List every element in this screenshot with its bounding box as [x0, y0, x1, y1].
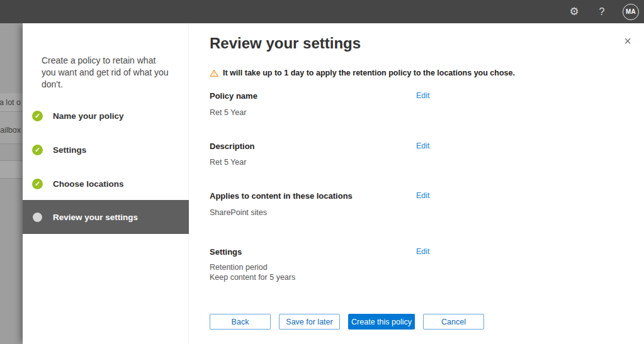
section-title: Settings — [210, 247, 562, 257]
edit-locations-link[interactable]: Edit — [416, 191, 430, 200]
wizard-step-review-your-settings[interactable]: Review your settings — [23, 200, 189, 234]
background-divider — [0, 111, 23, 112]
wizard-step-label: Choose locations — [53, 179, 124, 189]
edit-policy-name-link[interactable]: Edit — [416, 91, 430, 100]
background-text-fragment: a lot o — [0, 98, 21, 107]
create-this-policy-button[interactable]: Create this policy — [348, 314, 415, 330]
wizard-step-name-your-policy[interactable]: ✓ Name your policy — [23, 106, 189, 125]
wizard-intro-text: Create a policy to retain what you want … — [42, 55, 171, 91]
section-description: Description Edit Ret 5 Year — [210, 141, 562, 151]
section-title: Description — [210, 141, 562, 151]
topbar-actions: ⚙ ? MA — [567, 0, 639, 23]
background-divider — [0, 160, 23, 161]
section-title: Policy name — [210, 91, 562, 101]
background-text-fragment: ailbox — [0, 126, 21, 135]
wizard-step-settings[interactable]: ✓ Settings — [23, 140, 189, 159]
wizard-step-choose-locations[interactable]: ✓ Choose locations — [23, 174, 189, 193]
retention-policy-wizard-panel: Create a policy to retain what you want … — [23, 23, 644, 344]
page-title: Review your settings — [210, 35, 361, 52]
warning-triangle-icon — [210, 69, 218, 77]
cancel-button[interactable]: Cancel — [423, 314, 484, 330]
wizard-step-label: Name your policy — [53, 111, 124, 121]
wizard-step-label: Review your settings — [53, 213, 138, 222]
wizard-step-label: Settings — [53, 145, 86, 155]
warning-message: It will take up to 1 day to apply the re… — [210, 69, 515, 77]
edit-description-link[interactable]: Edit — [416, 141, 430, 150]
edit-settings-link[interactable]: Edit — [416, 247, 430, 256]
current-step-dot-icon — [33, 213, 42, 222]
back-button[interactable]: Back — [210, 314, 271, 330]
warning-text: It will take up to 1 day to apply the re… — [223, 69, 515, 77]
save-for-later-button[interactable]: Save for later — [279, 314, 340, 330]
section-title: Applies to content in these locations — [210, 191, 562, 201]
background-divider — [0, 143, 23, 144]
policy-name-value: Ret 5 Year — [210, 108, 246, 117]
settings-gear-icon[interactable]: ⚙ — [567, 6, 581, 17]
suite-top-bar: ⚙ ? MA — [0, 0, 644, 23]
retention-duration-value: Keep content for 5 years — [210, 273, 295, 282]
review-settings-content: Review your settings It will take up to … — [189, 23, 644, 344]
app-window: ⚙ ? MA a lot o ailbox Create a policy to… — [0, 0, 644, 344]
check-circle-icon: ✓ — [32, 179, 43, 189]
dimmed-background-page: a lot o ailbox — [0, 23, 23, 344]
locations-value: SharePoint sites — [210, 208, 267, 217]
section-policy-name: Policy name Edit Ret 5 Year — [210, 91, 562, 101]
background-band — [0, 160, 23, 178]
check-circle-icon: ✓ — [32, 111, 43, 121]
description-value: Ret 5 Year — [210, 158, 246, 167]
check-circle-icon: ✓ — [32, 145, 43, 155]
wizard-steps-nav: Create a policy to retain what you want … — [23, 23, 189, 344]
retention-period-label: Retention period — [210, 263, 268, 272]
section-settings: Settings Edit Retention period Keep cont… — [210, 247, 562, 257]
help-icon[interactable]: ? — [595, 7, 609, 17]
background-divider — [0, 178, 23, 179]
account-avatar[interactable]: MA — [623, 4, 639, 20]
section-locations: Applies to content in these locations Ed… — [210, 191, 562, 201]
